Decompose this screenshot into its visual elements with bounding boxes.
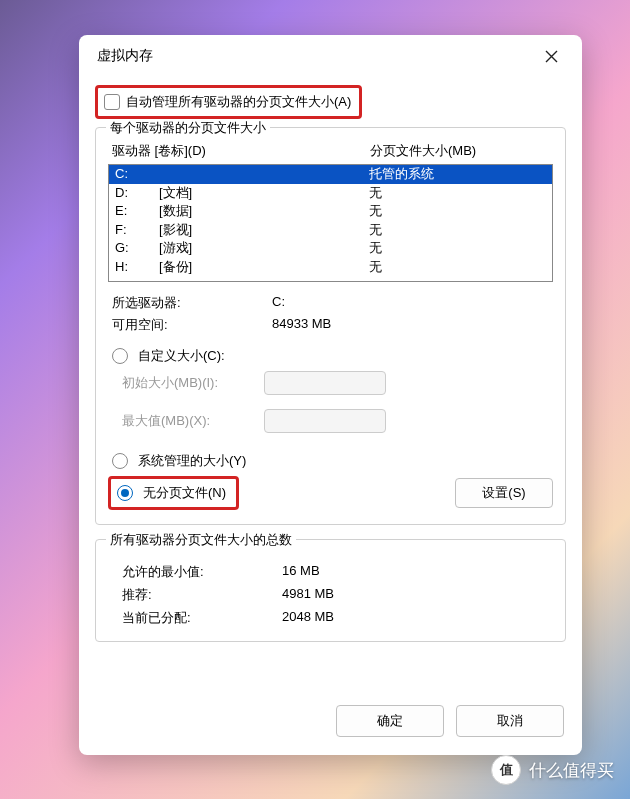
close-button[interactable] [534,42,568,70]
system-managed-label: 系统管理的大小(Y) [138,452,246,470]
cancel-button[interactable]: 取消 [456,705,564,737]
no-paging-label: 无分页文件(N) [143,484,226,502]
min-allowed-value: 16 MB [282,563,320,581]
totals-group-title: 所有驱动器分页文件大小的总数 [106,531,296,549]
highlight-auto-manage: 自动管理所有驱动器的分页文件大小(A) [95,85,362,119]
initial-size-label: 初始大小(MB)(I): [122,374,254,392]
max-size-input[interactable] [264,409,386,433]
auto-manage-checkbox[interactable] [104,94,120,110]
smzdm-text: 什么值得买 [529,759,614,782]
max-size-label: 最大值(MB)(X): [122,412,254,430]
drive-row[interactable]: H: [备份] 无 [109,258,552,277]
no-paging-radio[interactable] [117,485,133,501]
recommended-value: 4981 MB [282,586,334,604]
currently-allocated-value: 2048 MB [282,609,334,627]
drives-header-size: 分页文件大小(MB) [370,142,476,160]
auto-manage-label: 自动管理所有驱动器的分页文件大小(A) [126,93,351,111]
drives-header-drive: 驱动器 [卷标](D) [112,142,370,160]
currently-allocated-label: 当前已分配: [122,609,282,627]
drive-row[interactable]: C: 托管的系统 [109,165,552,184]
system-managed-radio[interactable] [112,453,128,469]
close-icon [545,50,558,63]
initial-size-input[interactable] [264,371,386,395]
smzdm-watermark: 值 什么值得买 [491,755,614,785]
smzdm-badge-icon: 值 [491,755,521,785]
custom-size-label: 自定义大小(C): [138,347,225,365]
virtual-memory-dialog: 虚拟内存 自动管理所有驱动器的分页文件大小(A) 每个驱动器的分页文件大小 驱动… [79,35,582,755]
custom-size-radio[interactable] [112,348,128,364]
drive-row[interactable]: D: [文档] 无 [109,184,552,203]
available-space-label: 可用空间: [112,316,272,334]
selected-drive-value: C: [272,294,285,312]
set-button[interactable]: 设置(S) [455,478,553,508]
drive-row[interactable]: E: [数据] 无 [109,202,552,221]
ok-button[interactable]: 确定 [336,705,444,737]
available-space-value: 84933 MB [272,316,331,334]
recommended-label: 推荐: [122,586,282,604]
drive-row[interactable]: G: [游戏] 无 [109,239,552,258]
highlight-no-paging: 无分页文件(N) [108,476,239,510]
min-allowed-label: 允许的最小值: [122,563,282,581]
titlebar: 虚拟内存 [79,35,582,77]
dialog-title: 虚拟内存 [97,47,153,65]
drives-group-title: 每个驱动器的分页文件大小 [106,119,270,137]
totals-group: 所有驱动器分页文件大小的总数 允许的最小值: 16 MB 推荐: 4981 MB… [95,539,566,642]
drive-list[interactable]: C: 托管的系统 D: [文档] 无 E: [数据] 无 F: [影视] [108,164,553,282]
drives-group: 每个驱动器的分页文件大小 驱动器 [卷标](D) 分页文件大小(MB) C: 托… [95,127,566,525]
selected-drive-label: 所选驱动器: [112,294,272,312]
dialog-footer: 确定 取消 [79,691,582,755]
drive-row[interactable]: F: [影视] 无 [109,221,552,240]
